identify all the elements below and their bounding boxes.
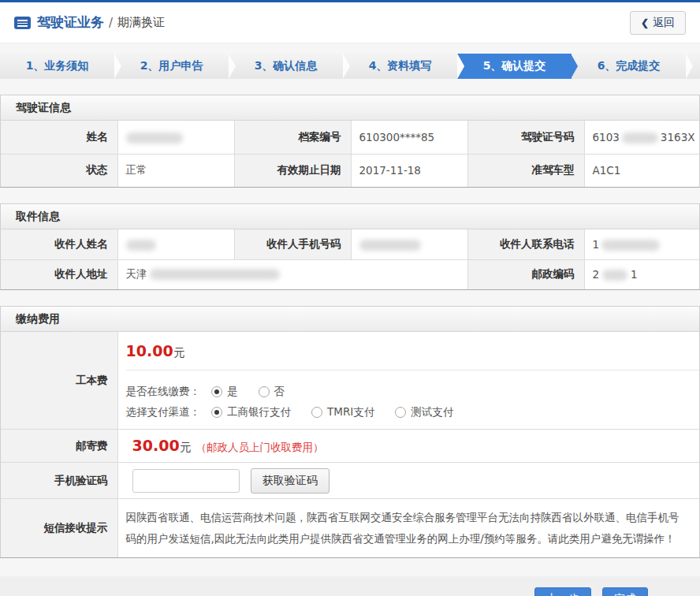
status-value: 正常 bbox=[117, 154, 234, 187]
redacted-name bbox=[126, 132, 183, 143]
form-list-icon bbox=[14, 17, 31, 29]
payment-section: 缴纳费用 工本费 10.00元 是否在线缴费： 是 否 选择 bbox=[0, 306, 700, 558]
channel-tmri-label[interactable]: TMRI支付 bbox=[327, 405, 374, 419]
radio-channel-tmri[interactable] bbox=[311, 407, 322, 418]
recipient-name-label: 收件人姓名 bbox=[1, 229, 117, 259]
sms-notice-label: 短信接收提示 bbox=[1, 499, 117, 558]
online-pay-no-label[interactable]: 否 bbox=[274, 385, 285, 399]
table-row: 工本费 10.00元 是否在线缴费： 是 否 选择支付渠道： bbox=[1, 332, 699, 430]
mail-fee-amount-number: 30.00 bbox=[132, 437, 180, 454]
back-button[interactable]: ❮ 返回 bbox=[630, 11, 686, 35]
redacted-tel bbox=[601, 240, 660, 251]
table-row: 姓名 档案编号 610300****85 驾驶证号码 61033163X bbox=[1, 121, 699, 154]
production-fee-cell: 10.00元 是否在线缴费： 是 否 选择支付渠道： 工商银行支付 bbox=[117, 332, 699, 430]
online-pay-yes-label[interactable]: 是 bbox=[227, 385, 238, 399]
license-no-value: 61033163X bbox=[584, 121, 699, 154]
mail-fee-note: （邮政人员上门收取费用） bbox=[196, 441, 324, 453]
page-header: 驾驶证业务 / 期满换证 ❮ 返回 bbox=[0, 2, 700, 43]
mail-fee-label: 邮寄费 bbox=[1, 430, 117, 463]
table-row: 收件人地址 天津 邮政编码 21 bbox=[1, 259, 699, 289]
chevron-left-icon: ❮ bbox=[641, 17, 649, 28]
step-6-finish-submit: 6、完成提交 bbox=[572, 54, 686, 79]
step-5-confirm-submit: 5、确认提交 bbox=[457, 54, 572, 79]
pickup-info-title: 取件信息 bbox=[1, 204, 699, 229]
fee-amount-number: 10.00 bbox=[126, 342, 173, 359]
redacted-recipient-name bbox=[126, 240, 156, 251]
license-no-label: 驾驶证号码 bbox=[467, 121, 584, 154]
recipient-tel-label: 收件人联系电话 bbox=[467, 229, 584, 259]
previous-step-button[interactable]: 上一步 bbox=[534, 587, 591, 596]
step-1-business-notice: 1、业务须知 bbox=[0, 54, 114, 79]
radio-channel-icbc[interactable] bbox=[211, 407, 222, 418]
postal-code-value: 21 bbox=[584, 259, 699, 289]
mail-fee-amount-unit: 元 bbox=[181, 441, 192, 453]
back-button-label: 返回 bbox=[653, 16, 675, 30]
recipient-name-value bbox=[117, 229, 234, 259]
file-no-value: 610300****85 bbox=[351, 121, 467, 154]
vehicle-type-value: A1C1 bbox=[584, 154, 699, 187]
license-info-table: 姓名 档案编号 610300****85 驾驶证号码 61033163X 状态 … bbox=[1, 121, 699, 187]
recipient-mobile-label: 收件人手机号码 bbox=[234, 229, 351, 259]
address-label: 收件人地址 bbox=[1, 259, 117, 289]
expiry-value: 2017-11-18 bbox=[351, 154, 467, 187]
redacted-license-no bbox=[622, 132, 658, 143]
table-row: 收件人姓名 收件人手机号码 收件人联系电话 1 bbox=[1, 229, 699, 259]
pickup-info-section: 取件信息 收件人姓名 收件人手机号码 收件人联系电话 1 收件人地址 天津 邮政… bbox=[0, 203, 700, 290]
address-value: 天津 bbox=[117, 259, 467, 289]
online-pay-row: 是否在线缴费： 是 否 bbox=[126, 385, 700, 399]
redacted-address bbox=[150, 269, 280, 280]
payment-title: 缴纳费用 bbox=[1, 307, 699, 332]
table-row: 邮寄费 30.00元（邮政人员上门收取费用） bbox=[1, 430, 699, 463]
table-row: 短信接收提示 因陕西省联通、电信运营商技术问题，陕西省互联网交通安全综合服务管理… bbox=[1, 499, 699, 558]
license-no-prefix: 6103 bbox=[593, 131, 620, 143]
sms-notice-text: 因陕西省联通、电信运营商技术问题，陕西省互联网交通安全综合服务管理平台无法向持陕… bbox=[117, 499, 699, 558]
channel-icbc-label[interactable]: 工商银行支付 bbox=[227, 405, 291, 419]
pay-channel-label: 选择支付渠道： bbox=[126, 405, 201, 419]
step-4-fill-data: 4、资料填写 bbox=[343, 54, 457, 79]
status-label: 状态 bbox=[1, 154, 117, 187]
redacted-mobile bbox=[359, 240, 421, 251]
breadcrumb-separator: / bbox=[109, 16, 113, 30]
address-prefix: 天津 bbox=[126, 267, 147, 280]
name-value bbox=[117, 121, 234, 154]
vehicle-type-label: 准驾车型 bbox=[467, 154, 584, 187]
radio-online-pay-no[interactable] bbox=[259, 386, 270, 397]
sms-code-input[interactable] bbox=[132, 469, 240, 493]
recipient-tel-value: 1 bbox=[584, 229, 699, 259]
production-fee-amount: 10.00元 bbox=[126, 332, 700, 370]
postal-prefix: 2 bbox=[593, 268, 600, 281]
tel-prefix: 1 bbox=[593, 238, 600, 251]
wizard-step-bar: 1、业务须知 2、用户申告 3、确认信息 4、资料填写 5、确认提交 6、完成提… bbox=[0, 54, 700, 79]
postal-code-label: 邮政编码 bbox=[467, 259, 584, 289]
radio-online-pay-yes[interactable] bbox=[211, 386, 222, 397]
expiry-label: 有效期止日期 bbox=[234, 154, 351, 187]
sms-code-label: 手机验证码 bbox=[1, 463, 117, 499]
action-footer: 上一步 完成 bbox=[0, 576, 700, 596]
postal-suffix: 1 bbox=[631, 268, 638, 281]
fee-amount-unit: 元 bbox=[174, 346, 185, 359]
breadcrumb-subtitle: 期满换证 bbox=[117, 15, 165, 30]
file-no-label: 档案编号 bbox=[234, 121, 351, 154]
get-code-button[interactable]: 获取验证码 bbox=[251, 468, 330, 494]
pickup-info-table: 收件人姓名 收件人手机号码 收件人联系电话 1 收件人地址 天津 邮政编码 21 bbox=[1, 229, 699, 289]
pay-channel-row: 选择支付渠道： 工商银行支付 TMRI支付 测试支付 bbox=[126, 405, 700, 419]
payment-table: 工本费 10.00元 是否在线缴费： 是 否 选择支付渠道： bbox=[1, 332, 699, 557]
sms-code-cell: 获取验证码 bbox=[117, 463, 699, 499]
table-row: 手机验证码 获取验证码 bbox=[1, 463, 699, 499]
redacted-postal bbox=[602, 270, 627, 281]
recipient-mobile-value bbox=[351, 229, 467, 259]
finish-button[interactable]: 完成 bbox=[602, 587, 648, 596]
license-info-title: 驾驶证信息 bbox=[1, 95, 699, 121]
table-row: 状态 正常 有效期止日期 2017-11-18 准驾车型 A1C1 bbox=[1, 154, 699, 187]
step-3-confirm-info: 3、确认信息 bbox=[229, 54, 343, 79]
online-pay-label: 是否在线缴费： bbox=[126, 385, 201, 399]
license-info-section: 驾驶证信息 姓名 档案编号 610300****85 驾驶证号码 6103316… bbox=[0, 95, 700, 188]
production-fee-label: 工本费 bbox=[1, 332, 117, 430]
channel-test-label[interactable]: 测试支付 bbox=[411, 405, 453, 419]
step-2-user-declaration: 2、用户申告 bbox=[114, 54, 229, 79]
license-no-suffix: 3163X bbox=[661, 131, 695, 143]
name-label: 姓名 bbox=[1, 121, 117, 154]
radio-channel-test[interactable] bbox=[395, 407, 406, 418]
mail-fee-cell: 30.00元（邮政人员上门收取费用） bbox=[117, 430, 699, 463]
page-title: 驾驶证业务 bbox=[37, 13, 104, 32]
